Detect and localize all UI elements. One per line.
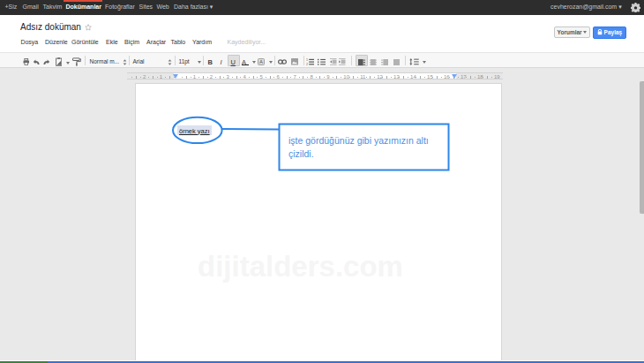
- svg-text:1: 1: [306, 58, 308, 62]
- svg-text:2: 2: [306, 63, 308, 65]
- svg-text:A: A: [259, 59, 263, 64]
